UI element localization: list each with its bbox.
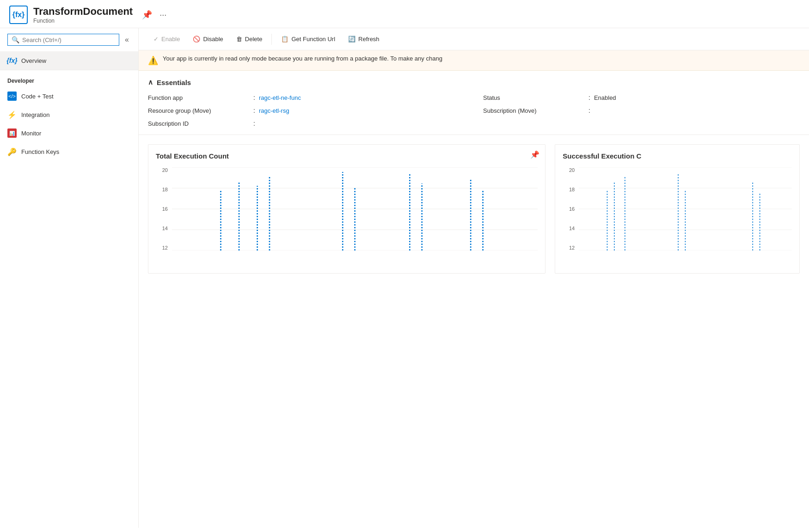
- integration-icon: ⚡: [7, 110, 17, 119]
- chart-plot: [579, 167, 792, 251]
- header-actions: 📌 ···: [140, 8, 168, 22]
- chart-svg: [172, 167, 538, 251]
- refresh-button[interactable]: 🔄 Refresh: [343, 33, 385, 45]
- sidebar-item-label: Integration: [21, 111, 49, 118]
- disable-button[interactable]: 🚫 Disable: [187, 33, 228, 45]
- disable-icon: 🚫: [193, 36, 200, 43]
- toolbar: ✓ Enable 🚫 Disable 🗑 Delete 📋 Get Functi…: [139, 28, 809, 50]
- function-app-row: Function app : ragc-etl-ne-func: [148, 94, 465, 101]
- search-input[interactable]: [22, 37, 115, 43]
- pin-chart-icon[interactable]: 📌: [530, 150, 539, 159]
- search-area: 🔍 «: [0, 28, 138, 51]
- more-options-icon[interactable]: ···: [158, 8, 168, 22]
- y-axis: 20 18 16 14 12: [156, 167, 170, 251]
- subscription-id-row: Subscription ID :: [148, 120, 465, 127]
- subscription-label: Subscription (Move): [483, 107, 585, 114]
- chart-container: 20 18 16 14 12: [563, 167, 792, 260]
- resource-group-label: Resource group (Move): [148, 107, 250, 114]
- status-value: Enabled: [594, 94, 616, 101]
- successful-execution-chart: Successful Execution C 20 18 16 14 12: [555, 144, 800, 274]
- sidebar-item-label: Overview: [21, 57, 46, 64]
- refresh-icon: 🔄: [348, 36, 355, 43]
- total-execution-chart: Total Execution Count 📌 20 18 16 14 12: [148, 144, 545, 274]
- subscription-move-link[interactable]: (Move): [518, 107, 536, 114]
- warning-text: Your app is currently in read only mode …: [163, 55, 442, 62]
- resource-group-row: Resource group (Move) : ragc-etl-rsg: [148, 107, 465, 114]
- header-titles: TransformDocument Function: [33, 6, 133, 24]
- chart-title: Successful Execution C: [563, 152, 792, 160]
- resource-group-move-link[interactable]: (Move): [192, 107, 211, 114]
- function-app-label: Function app: [148, 94, 250, 101]
- main-layout: 🔍 « {fx} Overview Developer </> Code + T…: [0, 28, 809, 528]
- sidebar-item-monitor[interactable]: 📊 Monitor: [0, 124, 138, 142]
- resource-group-link[interactable]: ragc-etl-rsg: [259, 107, 289, 114]
- sidebar-item-label: Code + Test: [21, 93, 54, 100]
- charts-area: Total Execution Count 📌 20 18 16 14 12: [139, 135, 809, 283]
- icon-label: {fx}: [12, 11, 25, 19]
- essentials-header[interactable]: ∧ Essentials: [148, 78, 800, 86]
- monitor-icon: 📊: [7, 128, 17, 138]
- copy-icon: 📋: [281, 36, 288, 43]
- sidebar-item-integration[interactable]: ⚡ Integration: [0, 105, 138, 124]
- chart-container: 20 18 16 14 12: [156, 167, 538, 260]
- function-app-icon: {fx}: [9, 6, 28, 24]
- sidebar-item-code-test[interactable]: </> Code + Test: [0, 87, 138, 105]
- get-function-url-button[interactable]: 📋 Get Function Url: [276, 33, 341, 45]
- subscription-row: Subscription (Move) :: [483, 107, 800, 114]
- warning-banner: ⚠️ Your app is currently in read only mo…: [139, 50, 809, 71]
- essentials-grid: Function app : ragc-etl-ne-func Status :…: [148, 94, 800, 127]
- chart-plot: [172, 167, 538, 251]
- code-test-icon: </>: [7, 92, 17, 101]
- enable-button[interactable]: ✓ Enable: [148, 33, 185, 45]
- sidebar-item-function-keys[interactable]: 🔑 Function Keys: [0, 142, 138, 161]
- collapse-sidebar-button[interactable]: «: [123, 34, 131, 46]
- chevron-up-icon: ∧: [148, 78, 153, 86]
- sidebar-item-label: Monitor: [21, 130, 41, 137]
- enable-icon: ✓: [153, 36, 159, 43]
- page-subtitle: Function: [33, 18, 133, 24]
- delete-button[interactable]: 🗑 Delete: [231, 33, 268, 45]
- pin-icon[interactable]: 📌: [140, 8, 154, 22]
- function-app-link[interactable]: ragc-etl-ne-func: [259, 94, 301, 101]
- sidebar-item-label: Function Keys: [21, 148, 59, 155]
- search-icon: 🔍: [12, 36, 19, 43]
- delete-icon: 🗑: [236, 36, 242, 43]
- function-keys-icon: 🔑: [7, 147, 17, 156]
- overview-icon: {fx}: [7, 56, 17, 65]
- status-row: Status : Enabled: [483, 94, 800, 101]
- subscription-id-label: Subscription ID: [148, 120, 250, 127]
- essentials-title: Essentials: [157, 79, 191, 86]
- page-header: {fx} TransformDocument Function 📌 ···: [0, 0, 809, 28]
- warning-icon: ⚠️: [148, 55, 158, 66]
- function-app-value: ragc-etl-ne-func: [259, 94, 301, 101]
- essentials-section: ∧ Essentials Function app : ragc-etl-ne-…: [139, 71, 809, 135]
- page-title: TransformDocument: [33, 6, 133, 18]
- y-axis: 20 18 16 14 12: [563, 167, 576, 251]
- sidebar-item-overview[interactable]: {fx} Overview: [0, 51, 138, 70]
- resource-group-value: ragc-etl-rsg: [259, 107, 289, 114]
- main-content: ✓ Enable 🚫 Disable 🗑 Delete 📋 Get Functi…: [139, 28, 809, 528]
- chart-title: Total Execution Count: [156, 152, 538, 160]
- toolbar-separator: [271, 34, 272, 45]
- chart-svg: [579, 167, 792, 251]
- search-input-wrap[interactable]: 🔍: [7, 34, 119, 46]
- status-label: Status: [483, 94, 585, 101]
- sidebar: 🔍 « {fx} Overview Developer </> Code + T…: [0, 28, 139, 528]
- developer-section-header: Developer: [0, 70, 138, 87]
